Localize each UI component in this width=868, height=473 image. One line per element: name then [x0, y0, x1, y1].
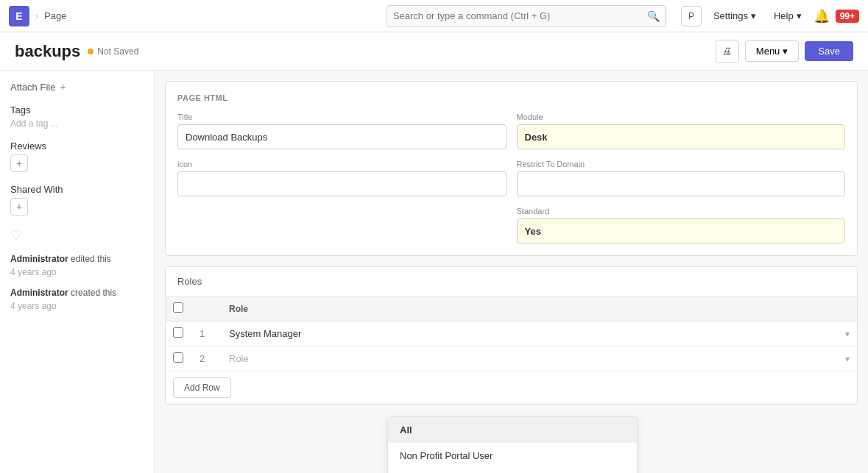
- module-label: Module: [517, 113, 846, 121]
- activity-action-2: created this: [71, 288, 116, 298]
- activity-item: Administrator edited this 4 years ago: [10, 252, 144, 279]
- roles-section: Roles Role: [165, 266, 858, 405]
- nav-chevron-icon: ›: [35, 11, 38, 21]
- icon-label: icon: [177, 160, 507, 168]
- sidebar: Attach File + Tags Add a tag ... Reviews…: [0, 71, 155, 473]
- row-2-check: [166, 346, 192, 371]
- tags-label: Tags: [10, 104, 144, 115]
- activity-time-2: 4 years ago: [10, 301, 57, 311]
- row-1-num: 1: [192, 321, 222, 346]
- add-row-button[interactable]: Add Row: [173, 377, 231, 398]
- settings-button[interactable]: Settings ▾: [708, 7, 762, 24]
- app-icon[interactable]: E: [9, 6, 29, 26]
- col-dropdown-header: [820, 296, 857, 321]
- not-saved-badge: Not Saved: [88, 46, 138, 57]
- module-field-group: Module: [517, 113, 846, 149]
- section-title: PAGE HTML: [177, 93, 845, 102]
- not-saved-dot: [88, 49, 93, 54]
- restrict-label: Restrict To Domain: [517, 160, 846, 168]
- dropdown-item-all[interactable]: All: [388, 417, 637, 443]
- search-icon: 🔍: [647, 10, 660, 22]
- row-1-checkbox[interactable]: [173, 327, 183, 338]
- icon-input[interactable]: [177, 171, 507, 196]
- menu-button[interactable]: Menu ▾: [745, 40, 800, 62]
- activity-action-1: edited this: [71, 254, 111, 264]
- reviews-label: Reviews: [10, 141, 144, 152]
- table-header-row: Role: [166, 296, 857, 321]
- row-2-chevron-icon: ▾: [845, 354, 850, 364]
- row-1-chevron-icon: ▾: [845, 329, 850, 339]
- top-nav: E › Page 🔍 P Settings ▾ Help ▾ 🔔 99+: [0, 0, 868, 32]
- activity-item: Administrator created this 4 years ago: [10, 286, 144, 313]
- standard-label: Standard: [517, 207, 846, 216]
- row-2-num: 2: [192, 346, 222, 371]
- roles-header: Roles: [166, 267, 857, 296]
- content-area: PAGE HTML Title Module icon: [155, 71, 868, 473]
- page-title-area: backups Not Saved: [15, 42, 138, 61]
- table-row: 2 Role ▾: [166, 346, 857, 371]
- help-button[interactable]: Help ▾: [768, 7, 808, 24]
- attach-file-label: Attach File: [10, 82, 55, 93]
- activity-time-1: 4 years ago: [10, 267, 57, 277]
- favorite-icon[interactable]: ♡: [10, 227, 144, 243]
- nav-page-label[interactable]: Page: [44, 10, 66, 21]
- search-bar[interactable]: 🔍: [387, 5, 666, 27]
- module-input[interactable]: [517, 124, 846, 149]
- notification-icon[interactable]: 🔔: [814, 8, 830, 24]
- activity-user-1: Administrator: [10, 254, 68, 264]
- main-layout: Attach File + Tags Add a tag ... Reviews…: [0, 71, 868, 473]
- restrict-input[interactable]: [517, 171, 846, 196]
- notification-badge: 99+: [836, 10, 859, 23]
- icon-field-group: icon: [177, 160, 507, 196]
- dropdown-item-nonprofit-member[interactable]: Non Profit Member: [388, 469, 637, 473]
- row-2-role[interactable]: Role: [222, 346, 820, 371]
- activity-section: Administrator edited this 4 years ago Ad…: [10, 252, 144, 313]
- col-num-header: [192, 296, 222, 321]
- save-button[interactable]: Save: [805, 41, 853, 61]
- restrict-field-group: Restrict To Domain: [517, 160, 846, 196]
- page-header: backups Not Saved 🖨 Menu ▾ Save: [0, 32, 868, 71]
- reviews-section: Reviews +: [10, 141, 144, 172]
- title-label: Title: [177, 113, 507, 121]
- role-dropdown: All Non Profit Portal User Non Profit Me…: [387, 416, 638, 473]
- page-html-section: PAGE HTML Title Module icon: [165, 81, 858, 256]
- dropdown-item-nonprofit-portal[interactable]: Non Profit Portal User: [388, 443, 637, 469]
- activity-user-2: Administrator: [10, 288, 68, 298]
- reviews-add-button[interactable]: +: [10, 154, 28, 172]
- title-input[interactable]: [177, 124, 507, 149]
- shared-with-label: Shared With: [10, 184, 144, 195]
- not-saved-label: Not Saved: [97, 46, 138, 57]
- tags-section: Tags Add a tag ...: [10, 104, 144, 129]
- row-1-dropdown[interactable]: ▾: [820, 321, 857, 346]
- shared-with-section: Shared With +: [10, 184, 144, 216]
- col-role-header: Role: [222, 296, 820, 321]
- nav-right: P Settings ▾ Help ▾ 🔔 99+: [681, 6, 859, 26]
- standard-input[interactable]: [517, 218, 846, 243]
- fields-grid: Title Module icon Restrict To Domain: [177, 113, 845, 243]
- row-1-role: System Manager: [222, 321, 820, 346]
- print-button[interactable]: 🖨: [716, 40, 739, 63]
- page-title: backups: [15, 42, 80, 61]
- add-tag-label[interactable]: Add a tag ...: [10, 118, 144, 129]
- select-all-checkbox[interactable]: [173, 302, 183, 313]
- title-field-group: Title: [177, 113, 507, 149]
- search-input[interactable]: [393, 10, 647, 21]
- attach-plus-icon[interactable]: +: [60, 81, 66, 93]
- col-check-header: [166, 296, 192, 321]
- table-row: 1 System Manager ▾: [166, 321, 857, 346]
- row-2-dropdown[interactable]: ▾: [820, 346, 857, 371]
- standard-field-group: Standard: [517, 207, 846, 243]
- row-1-check: [166, 321, 192, 346]
- row-2-checkbox[interactable]: [173, 352, 183, 363]
- attach-file-area[interactable]: Attach File +: [10, 81, 144, 93]
- roles-table: Role 1 System Manager ▾: [166, 296, 857, 371]
- header-actions: 🖨 Menu ▾ Save: [716, 40, 853, 63]
- nav-p-button[interactable]: P: [681, 6, 702, 26]
- shared-with-add-button[interactable]: +: [10, 198, 28, 216]
